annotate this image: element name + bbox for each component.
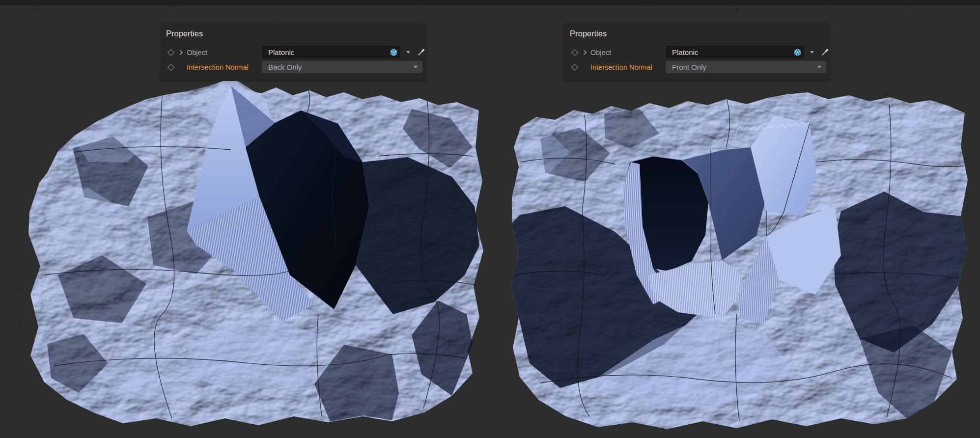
object-link-field[interactable]: Platonic	[262, 46, 400, 58]
object-value: Platonic	[672, 48, 793, 56]
platonic-solid-icon[interactable]	[793, 48, 802, 56]
platonic-solid-icon[interactable]	[390, 48, 398, 56]
intersection-normal-dropdown[interactable]: Back Only	[262, 61, 422, 73]
object-label: Object	[187, 49, 207, 56]
expand-chevron-icon[interactable]	[583, 50, 587, 55]
intersection-normal-label: Intersection Normal	[187, 63, 249, 71]
panel-title: Properties	[570, 28, 830, 39]
dropdown-caret-icon[interactable]	[406, 51, 410, 54]
object-label: Object	[590, 49, 611, 56]
panel-title: Properties	[166, 28, 426, 39]
dropdown-caret-icon[interactable]	[414, 66, 418, 68]
intersection-normal-row: Intersection Normal Front Only	[570, 60, 830, 74]
terrain-render-back-only	[28, 78, 483, 426]
properties-panel-back-only: Properties Object Platonic Intersection …	[160, 24, 426, 81]
dropdown-caret-icon[interactable]	[817, 66, 821, 68]
expand-chevron-icon[interactable]	[179, 50, 183, 55]
keyframe-diamond-icon[interactable]	[168, 63, 174, 70]
object-row: Object Platonic	[570, 46, 830, 59]
properties-panel-front-only: Properties Object Platonic Intersection …	[563, 24, 830, 81]
intersection-normal-dropdown[interactable]: Front Only	[666, 61, 826, 73]
keyframe-diamond-icon[interactable]	[571, 49, 578, 55]
keyframe-diamond-icon[interactable]	[571, 63, 578, 70]
object-row: Object Platonic	[166, 46, 426, 59]
eyedropper-icon[interactable]	[417, 47, 426, 56]
object-value: Platonic	[268, 48, 390, 56]
intersection-normal-row: Intersection Normal Back Only	[166, 60, 426, 74]
dropdown-caret-icon[interactable]	[810, 51, 814, 54]
object-link-field[interactable]: Platonic	[666, 46, 804, 58]
intersection-normal-label: Intersection Normal	[590, 63, 652, 71]
intersection-normal-value: Back Only	[268, 63, 414, 71]
eyedropper-icon[interactable]	[821, 47, 830, 56]
viewport-canvas[interactable]	[0, 0, 980, 438]
intersection-normal-value: Front Only	[672, 63, 817, 71]
keyframe-diamond-icon[interactable]	[168, 49, 174, 55]
viewport-3d: { "viewport": { "background_color": "#2d…	[0, 0, 980, 438]
terrain-render-front-only	[511, 92, 968, 429]
